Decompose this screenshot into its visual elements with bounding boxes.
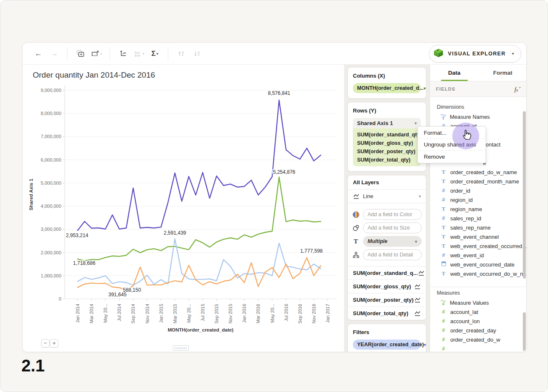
field-item-label: web_event_channel	[450, 234, 499, 240]
calendar-icon	[441, 261, 446, 266]
context-menu-item[interactable]: Ungroup shared axis	[418, 139, 485, 151]
field-item[interactable]: #sales_rep_id	[437, 214, 526, 223]
field-item-label: sales_rep_id	[450, 215, 481, 222]
add-calculated-field-button[interactable]: fx+	[514, 85, 521, 93]
dimensions-title: Dimensions	[437, 103, 526, 112]
line-chart-icon	[414, 297, 421, 303]
forward-arrow-icon: →	[50, 49, 58, 58]
remove-chart-button[interactable]: ▾	[90, 47, 103, 61]
measures-scrollbar[interactable]	[523, 312, 526, 351]
layer-measure-row[interactable]: SUM(order_poster_qty)	[348, 293, 426, 307]
zoom-out-button[interactable]: −	[41, 339, 50, 348]
visual-explorer-window: ← → ▾ ▾ Σ ▾	[22, 42, 527, 352]
field-item[interactable]: #account_lon	[437, 316, 526, 326]
number-icon: #	[440, 327, 447, 333]
series-line-poster[interactable]	[78, 258, 321, 290]
shared-axis-dropdown[interactable]: Shared Axis 1 ▾	[353, 118, 421, 128]
context-menu-item[interactable]: Remove	[418, 151, 485, 162]
field-item[interactable]: TMeasure Names	[437, 112, 526, 121]
dimensions-scrollbar[interactable]	[523, 111, 526, 279]
field-item[interactable]: #	[437, 344, 526, 352]
svg-text:MONTH(order_created_date): MONTH(order_created_date)	[168, 327, 234, 332]
text-icon: T	[440, 206, 447, 212]
field-item-label: web_event_id	[450, 252, 484, 259]
field-item[interactable]: #region_id	[437, 195, 526, 204]
redo-button[interactable]: →	[47, 47, 61, 61]
rows-shelf-measure-pill[interactable]: SUM(order_total_qty)	[353, 156, 421, 164]
toolbar: ← → ▾ ▾ Σ ▾	[23, 43, 526, 65]
tab-data[interactable]: Data	[430, 65, 479, 81]
context-menu-item[interactable]: Format...	[418, 127, 485, 139]
field-item[interactable]: #order_created_do_w	[437, 335, 526, 344]
chevron-down-icon: ▾	[415, 121, 417, 125]
field-item[interactable]: #web_event_id	[437, 251, 526, 260]
undo-button[interactable]: ←	[31, 47, 45, 61]
chevron-down-icon: ▾	[512, 51, 514, 56]
field-item[interactable]: #order_id	[437, 186, 526, 195]
layer-measure-row[interactable]: SUM(order_gloss_qty)	[348, 280, 426, 293]
field-item[interactable]: Tweb_event_created_occurred...	[437, 241, 526, 251]
chevron-down-icon: ▾	[419, 194, 421, 199]
field-item-label: Measure Names	[450, 114, 490, 120]
field-item[interactable]: #account_lat	[437, 307, 526, 316]
layer-measure-row[interactable]: SUM(order_standard_q...	[348, 267, 426, 280]
chart-type-dropdown[interactable]: Line ▾	[348, 190, 426, 203]
svg-text:Mar 2016: Mar 2016	[256, 304, 261, 323]
brand-label: VISUAL EXPLORER	[448, 51, 506, 57]
field-item-label: web_event_occurred_do_w_na...	[450, 271, 526, 277]
chevron-down-icon: ▾	[415, 239, 417, 244]
size-field-well[interactable]: Add a field to Size	[363, 222, 422, 233]
columns-shelf-title: Columns (X)	[353, 73, 421, 79]
text-icon: T	[440, 270, 447, 277]
rows-shelf-measure-pill[interactable]: SUM(order_gloss_qty)	[353, 139, 421, 147]
sort-ascending-icon	[177, 50, 185, 57]
chevron-down-icon: ▾	[424, 342, 426, 347]
field-item-label: Measure Values	[450, 300, 489, 306]
field-wells: Add a field to Color Add a field to Size…	[348, 203, 426, 267]
duplicate-chart-button[interactable]	[74, 47, 87, 61]
data-format-tabs: Data Format	[430, 65, 526, 81]
layer-measure-row[interactable]: SUM(order_total_qty)	[348, 307, 426, 320]
number-icon: #	[440, 252, 447, 258]
text-icon: T	[440, 224, 447, 231]
series-line-gloss[interactable]	[78, 239, 321, 285]
sort-ascending-button[interactable]	[175, 47, 188, 61]
aggregate-button[interactable]: Σ ▾	[148, 47, 162, 61]
svg-text:Mar 2015: Mar 2015	[172, 304, 177, 323]
panel-resize-handle[interactable]	[173, 345, 189, 350]
section-divider	[430, 287, 526, 287]
toolbar-divider	[67, 47, 68, 60]
field-item[interactable]: Tweb_event_occurred_do_w_na...	[437, 269, 526, 278]
field-item[interactable]: Tsales_rep_name	[437, 223, 526, 232]
swap-axes-button[interactable]	[116, 47, 130, 61]
filter-field-pill[interactable]: YEAR(order_created_date) ▾	[353, 340, 421, 350]
columns-field-label: MONTH(order_created_d...	[357, 85, 423, 91]
svg-text:May 20...: May 20...	[103, 304, 108, 323]
field-item[interactable]: Tregion_name	[437, 204, 526, 214]
field-item[interactable]: Tweb_event_channel	[437, 232, 526, 241]
bar-width-icon	[133, 50, 142, 57]
visual-explorer-menu-button[interactable]: VISUAL EXPLORER ▾	[429, 45, 521, 63]
field-item[interactable]: Torder_created_month_name	[437, 177, 526, 186]
text-field-well[interactable]: Multiple ▾	[363, 236, 422, 247]
bar-width-button[interactable]: ▾	[132, 47, 146, 61]
zoom-in-button[interactable]: +	[50, 339, 58, 348]
detail-field-well[interactable]: Add a field to Detail	[363, 249, 422, 260]
number-icon: #	[440, 318, 447, 324]
tab-format[interactable]: Format	[479, 65, 527, 81]
color-field-well[interactable]: Add a field to Color	[363, 209, 422, 220]
columns-field-pill[interactable]: MONTH(order_created_d... ▾	[353, 83, 421, 93]
rows-shelf-measure-pill[interactable]: SUM(order_poster_qty)	[353, 147, 421, 156]
field-item[interactable]: web_event_occurred_date	[437, 260, 526, 269]
rows-shelf-measure-pill[interactable]: SUM(order_standard_qty)	[353, 131, 421, 139]
svg-text:Jul 2015: Jul 2015	[200, 304, 205, 321]
field-item[interactable]: Torder_created_do_w_name	[437, 167, 526, 177]
svg-text:Jan 2016: Jan 2016	[242, 304, 247, 323]
sort-descending-button[interactable]	[190, 47, 204, 61]
field-item[interactable]: #order_created_day	[437, 326, 526, 335]
shared-axis-context-menu: Format...Ungroup shared axisRemove	[418, 126, 486, 163]
field-item[interactable]: #Measure Values	[437, 298, 526, 307]
order-quantity-chart[interactable]: 01,000,0002,000,0003,000,0004,000,0005,0…	[23, 65, 344, 337]
field-item-label: order_created_do_w	[450, 337, 500, 343]
field-item-label: order_created_do_w_name	[450, 169, 517, 175]
